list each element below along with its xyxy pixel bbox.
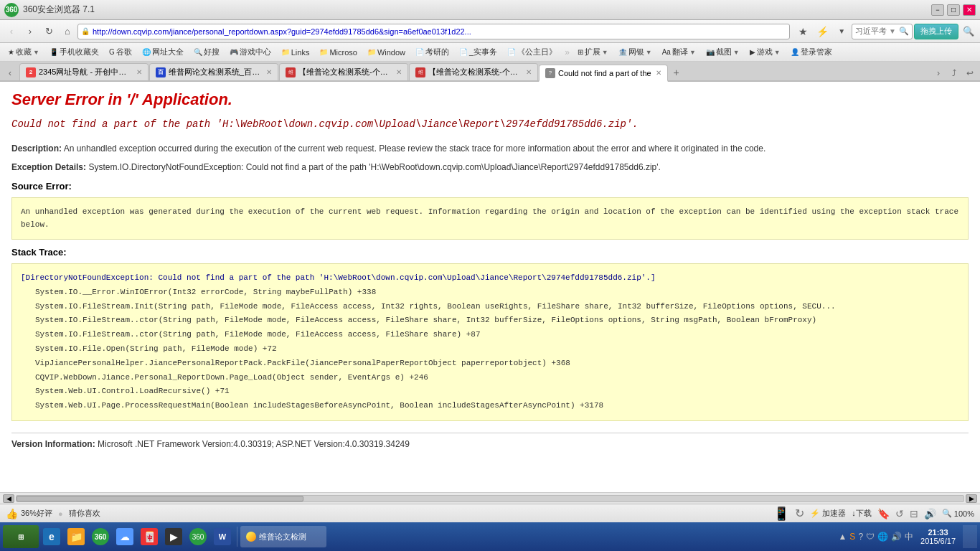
google-icon: G bbox=[109, 48, 115, 56]
dropdown-icon[interactable]: ▼ bbox=[833, 23, 850, 40]
content-area: Server Error in '/' Application. Could n… bbox=[0, 82, 980, 511]
bookmark-status-icon: 🔖 bbox=[877, 508, 890, 512]
bookmark-translate[interactable]: Aa 翻译 ▼ bbox=[659, 45, 699, 59]
source-error-text: An unhandled exception was generated dur… bbox=[21, 207, 958, 230]
zoom-icon: 🔍 bbox=[942, 509, 952, 511]
horizontal-scrollbar[interactable]: ◀ ▶ bbox=[0, 492, 980, 504]
minimize-button[interactable]: － bbox=[931, 4, 944, 16]
status-bar: 👍 36%好评 ● 猜你喜欢 📱 ↻ ⚡ 加速器 ↓下载 🔖 ↺ ⊟ 🔊 🔍 1… bbox=[0, 504, 980, 511]
rating-section: 👍 36%好评 bbox=[6, 508, 52, 512]
guess-label: 猜你喜欢 bbox=[69, 508, 100, 511]
close-button[interactable]: ✕ bbox=[963, 4, 976, 16]
mobile-icon: 📱 bbox=[773, 506, 789, 512]
scrollbar-thumb[interactable] bbox=[17, 496, 303, 501]
bookmark-microsoft[interactable]: 📁 Microso bbox=[316, 47, 361, 58]
guess-you-like-button[interactable]: 猜你喜欢 bbox=[69, 508, 100, 511]
tab-close-button[interactable]: ✕ bbox=[136, 68, 142, 76]
search-box[interactable]: 习近平考 ▼ 🔍 bbox=[852, 24, 913, 39]
forward-button[interactable]: › bbox=[22, 23, 39, 40]
upload-button[interactable]: 拖拽上传 bbox=[914, 24, 958, 39]
search-prefix: 习近平考 bbox=[855, 26, 887, 37]
bookmark-mobile[interactable]: 📱 手机收藏夹 bbox=[46, 45, 103, 59]
bookmark-collect[interactable]: ★ 收藏 ▼ bbox=[4, 45, 43, 59]
bookmark-screenshot[interactable]: 📷 截图 ▼ bbox=[702, 45, 743, 59]
scroll-right-btn[interactable]: ▶ bbox=[966, 494, 977, 503]
tab-weipu-2[interactable]: 维 【维普论文检测系统-个人版】 ✕ bbox=[409, 63, 538, 80]
search-icon[interactable]: 🔍 bbox=[899, 27, 909, 36]
stack-line-5: System.IO.File.Open(String path, FileMod… bbox=[35, 342, 959, 357]
tab-2345[interactable]: 2 2345网址导航 - 开创中国百年... ✕ bbox=[19, 63, 149, 80]
bookmark-search[interactable]: 🔍 好搜 bbox=[190, 45, 223, 59]
bookmark-bank[interactable]: 🏦 网银 ▼ bbox=[615, 45, 656, 59]
tab-favicon: ? bbox=[545, 68, 555, 78]
lightning-icon[interactable]: ⚡ bbox=[814, 23, 831, 40]
bookmark-games[interactable]: 🎮 游戏中心 bbox=[226, 45, 275, 59]
stack-line-1: System.IO.__Error.WinIOError(Int32 error… bbox=[35, 286, 959, 300]
bookmark-login[interactable]: 👤 登录管家 bbox=[787, 45, 836, 59]
bookmark-label: Microso bbox=[329, 48, 357, 57]
tab-close-button[interactable]: ✕ bbox=[656, 69, 661, 77]
nav-bar: ‹ › ↻ ⌂ 🔒 http://down.cqvip.com/jiance/p… bbox=[0, 20, 980, 43]
stack-line-6: VipJiancePersonalHelper.JiancePersonalRe… bbox=[35, 357, 959, 371]
bookmark-label: 谷歌 bbox=[116, 47, 132, 57]
bookmark-extend[interactable]: ⊞ 扩展 ▼ bbox=[574, 45, 612, 59]
nav-search-icon[interactable]: 🔍 bbox=[960, 23, 977, 40]
history-icon: ↺ bbox=[895, 508, 904, 512]
favorites-icon[interactable]: ★ bbox=[794, 23, 811, 40]
tab-error-active[interactable]: ? Could not find a part of the ✕ bbox=[539, 65, 668, 82]
bookmark-label: Links bbox=[291, 48, 310, 57]
stack-line-2: System.IO.FileStream.Init(String path, F… bbox=[35, 300, 959, 314]
tab-baidu-search[interactable]: 百 维普网论文检测系统_百度搜索 ✕ bbox=[149, 63, 278, 80]
tab-weipu-1[interactable]: 维 【维普论文检测系统-个人版】 ✕ bbox=[279, 63, 408, 80]
stack-trace-label: Stack Trace: bbox=[11, 247, 969, 258]
version-text: Microsoft .NET Framework Version:4.0.303… bbox=[98, 439, 410, 449]
bookmarks-bar: ★ 收藏 ▼ 📱 手机收藏夹 G 谷歌 🌐 网址大全 🔍 好搜 🎮 游戏中心 📁… bbox=[0, 43, 980, 62]
bookmark-label: 好搜 bbox=[204, 47, 220, 57]
bookmark-label: 翻译 bbox=[672, 47, 688, 57]
download-button[interactable]: ↓下载 bbox=[852, 508, 872, 511]
search-icon: 🔍 bbox=[194, 48, 202, 56]
rating-icon: 👍 bbox=[6, 508, 18, 512]
address-bar[interactable]: 🔒 http://down.cqvip.com/jiance/personal_… bbox=[77, 24, 790, 39]
bookmark-games2[interactable]: ▶ 游戏 ▼ bbox=[746, 45, 784, 59]
bookmark-label: Window bbox=[377, 48, 405, 57]
accel-button[interactable]: ⚡ 加速器 bbox=[810, 508, 846, 511]
bookmark-urls[interactable]: 🌐 网址大全 bbox=[138, 45, 187, 59]
tab-favicon: 维 bbox=[286, 67, 296, 77]
tab-scroll-left[interactable]: ‹ bbox=[3, 66, 17, 80]
search-dropdown[interactable]: ▼ bbox=[889, 27, 896, 35]
zoom-button[interactable]: 🔍 100% bbox=[942, 509, 974, 511]
chevron-down-icon: ▼ bbox=[33, 49, 39, 56]
bookmark-label: 截图 bbox=[716, 47, 732, 57]
exception-line: Exception Details: System.IO.DirectoryNo… bbox=[11, 161, 969, 174]
server-error-heading: Server Error in '/' Application. bbox=[11, 90, 969, 109]
tab-close-button[interactable]: ✕ bbox=[526, 68, 532, 76]
tab-scroll-right[interactable]: › bbox=[931, 66, 946, 80]
error-path-text: Could not find a part of the path 'H:\We… bbox=[11, 118, 969, 132]
stack-trace-exception-line: [DirectoryNotFoundException: Could not f… bbox=[21, 271, 959, 286]
bookmark-shishi[interactable]: 📄 _实事务 bbox=[456, 45, 501, 59]
tab-undo-close[interactable]: ↩ bbox=[963, 66, 977, 80]
scroll-left-btn[interactable]: ◀ bbox=[3, 494, 14, 503]
bookmark-kaoyande[interactable]: 📄 考研的 bbox=[412, 45, 453, 59]
refresh-button[interactable]: ↻ bbox=[40, 23, 57, 40]
doc-icon: 📄 bbox=[415, 48, 424, 56]
stack-line-8: System.Web.UI.Control.LoadRecursive() +7… bbox=[35, 385, 959, 399]
home-button[interactable]: ⌂ bbox=[59, 23, 76, 40]
tab-favicon: 维 bbox=[415, 67, 425, 77]
bookmark-google[interactable]: G 谷歌 bbox=[105, 45, 136, 59]
rating-percent: 36%好评 bbox=[21, 508, 52, 511]
bookmark-label: 收藏 bbox=[16, 47, 32, 57]
back-button[interactable]: ‹ bbox=[3, 23, 20, 40]
bookmark-window[interactable]: 📁 Window bbox=[364, 47, 409, 58]
maximize-button[interactable]: □ bbox=[947, 4, 960, 16]
bookmark-links[interactable]: 📁 Links bbox=[278, 47, 314, 58]
bank-icon: 🏦 bbox=[618, 48, 627, 56]
login-icon: 👤 bbox=[791, 48, 799, 56]
bookmark-gongzhu[interactable]: 📄 《公主日》 bbox=[504, 45, 560, 59]
tab-close-button[interactable]: ✕ bbox=[266, 68, 272, 76]
new-tab-button[interactable]: + bbox=[669, 65, 684, 80]
tab-restore-button[interactable]: ⤴ bbox=[947, 66, 961, 80]
bookmark-label: 游戏 bbox=[757, 47, 773, 57]
tab-close-button[interactable]: ✕ bbox=[396, 68, 402, 76]
